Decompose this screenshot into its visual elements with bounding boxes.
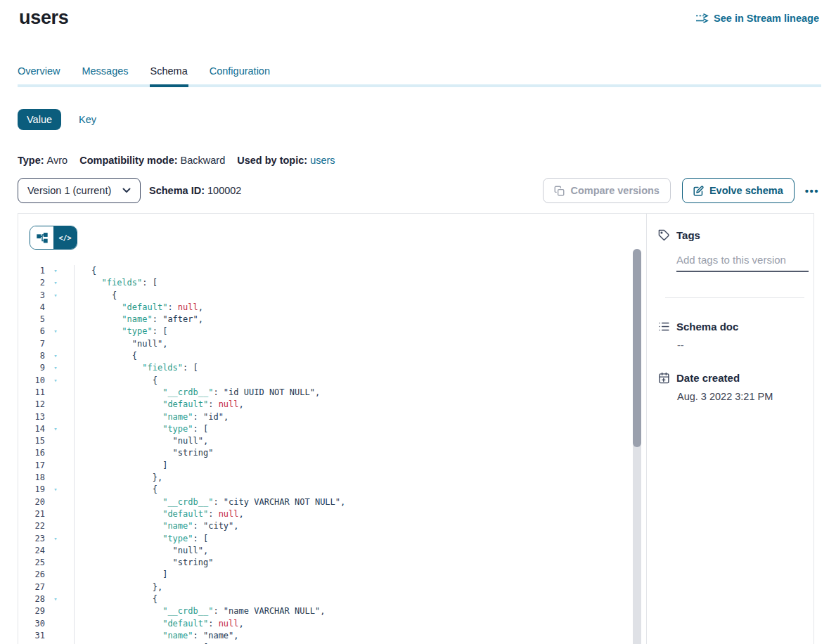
json-key: "default": [162, 399, 208, 409]
gutter-row: 1▾: [18, 265, 74, 277]
gutter-row: 7: [18, 338, 74, 350]
json-punctuation: [91, 448, 173, 458]
json-string: "after": [162, 314, 198, 324]
code-line[interactable]: "null",: [91, 545, 646, 557]
code-line[interactable]: "default": null,: [91, 399, 646, 411]
code-line[interactable]: "null",: [91, 435, 646, 447]
version-select[interactable]: Version 1 (current): [18, 178, 141, 203]
code-line[interactable]: "__crdb__": "city VARCHAR NOT NULL",: [91, 496, 646, 508]
schema-editor: 1▾2▾3▾456▾78▾9▾10▾11121314▾1516171819▾20…: [18, 265, 646, 644]
json-punctuation: [91, 631, 162, 640]
code-line[interactable]: "default": null,: [91, 508, 646, 520]
schema-doc-section: Schema doc --: [658, 321, 809, 351]
json-punctuation: [91, 326, 122, 336]
gutter-row: 26: [18, 569, 74, 581]
line-number: 15: [18, 435, 45, 447]
json-punctuation: {: [91, 266, 96, 276]
code-line[interactable]: "fields": [: [91, 277, 646, 289]
compare-versions-button[interactable]: Compare versions: [543, 178, 671, 203]
code-line[interactable]: {: [91, 290, 646, 302]
json-punctuation: :: [213, 606, 223, 616]
fold-arrow-icon[interactable]: ▾: [45, 277, 66, 289]
code-lines[interactable]: { "fields": [ { "default": null, "name":…: [75, 265, 646, 644]
key-tab-button[interactable]: Key: [79, 114, 96, 125]
fold-arrow-icon[interactable]: ▾: [45, 265, 66, 277]
line-number: 25: [18, 557, 45, 569]
line-number: 16: [18, 447, 45, 459]
json-punctuation: :: [208, 509, 218, 519]
code-line[interactable]: {: [91, 265, 646, 277]
code-line[interactable]: "string": [91, 447, 646, 459]
fold-arrow-icon[interactable]: ▾: [45, 350, 66, 362]
code-line[interactable]: "type": [: [91, 326, 646, 337]
add-tags-input[interactable]: [676, 252, 809, 272]
json-key: "default": [162, 509, 208, 519]
code-line[interactable]: "default": null,: [91, 302, 646, 314]
fold-arrow-icon[interactable]: ▾: [45, 362, 66, 374]
line-number: 7: [18, 338, 45, 350]
more-options-button[interactable]: •••: [805, 185, 819, 197]
fold-arrow-icon[interactable]: ▾: [45, 533, 66, 545]
version-select-value: Version 1 (current): [27, 185, 111, 196]
code-line[interactable]: "name": "id",: [91, 411, 646, 423]
tab-schema[interactable]: Schema: [150, 65, 188, 87]
code-line[interactable]: "__crdb__": "id UUID NOT NULL",: [91, 387, 646, 399]
compare-versions-label: Compare versions: [570, 185, 660, 196]
code-view-button[interactable]: </>: [53, 226, 77, 249]
fold-arrow-icon[interactable]: ▾: [45, 375, 66, 387]
json-string: "city": [203, 521, 233, 531]
json-string: "string": [173, 448, 214, 458]
fold-spacer: [45, 630, 66, 642]
code-line[interactable]: "name": "name",: [91, 630, 646, 642]
code-line[interactable]: "__crdb__": "name VARCHAR NULL",: [91, 605, 646, 617]
code-line[interactable]: "name": "city",: [91, 520, 646, 532]
scrollbar-thumb[interactable]: [633, 249, 641, 447]
json-punctuation: : [: [142, 278, 157, 288]
code-line[interactable]: },: [91, 472, 646, 484]
json-punctuation: {: [91, 484, 157, 494]
json-punctuation: ,: [233, 521, 238, 531]
code-line[interactable]: "name": "after",: [91, 314, 646, 326]
fold-arrow-icon[interactable]: ▾: [45, 593, 66, 605]
fold-arrow-icon[interactable]: ▾: [45, 484, 66, 496]
tree-view-button[interactable]: [30, 226, 53, 249]
page-header: users See in Stream lineage: [0, 0, 836, 29]
fold-arrow-icon[interactable]: ▾: [45, 290, 66, 302]
fold-arrow-icon[interactable]: ▾: [45, 326, 66, 337]
chevron-down-icon: [122, 188, 131, 193]
code-line[interactable]: "fields": [: [91, 362, 646, 374]
meta-topic-link[interactable]: users: [310, 155, 335, 166]
stream-lineage-link[interactable]: See in Stream lineage: [695, 13, 819, 24]
code-line[interactable]: "null",: [91, 338, 646, 350]
line-number: 28: [18, 593, 45, 605]
editor-scrollbar[interactable]: [633, 249, 641, 644]
date-created-value: Aug. 3 2022 3:21 PM: [677, 391, 809, 402]
code-line[interactable]: ]: [91, 460, 646, 472]
code-line[interactable]: {: [91, 484, 646, 496]
code-line[interactable]: "string": [91, 557, 646, 569]
json-string: "null": [173, 546, 203, 555]
evolve-schema-button[interactable]: Evolve schema: [682, 178, 795, 203]
fold-arrow-icon[interactable]: ▾: [45, 423, 66, 435]
evolve-schema-label: Evolve schema: [709, 185, 783, 196]
fold-spacer: [45, 314, 66, 326]
json-null: null: [219, 509, 239, 519]
tabs-underline: [18, 84, 821, 87]
gutter-row: 30: [18, 618, 74, 630]
view-toggle: </>: [30, 226, 77, 250]
code-line[interactable]: "default": null,: [91, 618, 646, 630]
code-line[interactable]: },: [91, 581, 646, 593]
json-punctuation: ,: [340, 497, 345, 507]
value-tab-button[interactable]: Value: [18, 109, 61, 130]
code-line[interactable]: "type": [: [91, 423, 646, 435]
gutter-row: 6▾: [18, 326, 74, 337]
code-line[interactable]: "type": [: [91, 533, 646, 545]
json-key: "fields": [101, 278, 142, 288]
code-line[interactable]: {: [91, 375, 646, 387]
code-line[interactable]: ]: [91, 569, 646, 581]
code-line[interactable]: {: [91, 350, 646, 362]
gutter-row: 27: [18, 581, 74, 593]
json-punctuation: [91, 302, 122, 312]
meta-type: Type:Avro: [18, 155, 67, 166]
code-line[interactable]: {: [91, 593, 646, 605]
